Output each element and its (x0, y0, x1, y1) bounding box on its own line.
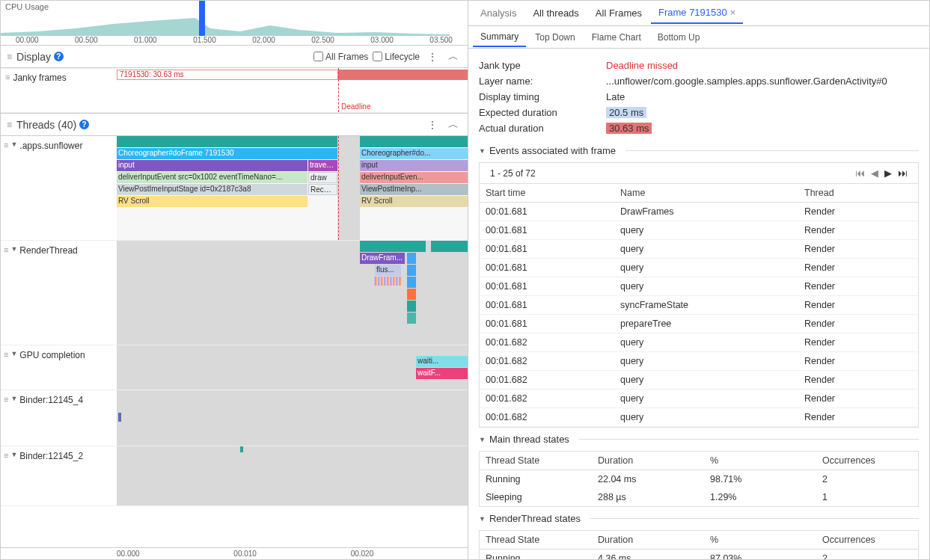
col-header[interactable]: Thread (798, 184, 918, 202)
table-row[interactable]: Running4.36 ms87.03%2 (480, 550, 918, 559)
flame-bar[interactable] (407, 313, 416, 324)
table-row[interactable]: 00:01.681syncFrameStateRender (480, 296, 918, 315)
flame-bar[interactable]: input (360, 160, 468, 171)
flame-bar[interactable] (117, 136, 337, 147)
janky-frames-track[interactable]: 7191530: 30.63 ms Deadline (117, 68, 468, 112)
main-states-header[interactable]: ▼ Main thread states (468, 428, 929, 448)
more-icon[interactable]: ⋮ (424, 49, 441, 64)
frame-bar-bad[interactable] (338, 70, 468, 80)
chevron-down-icon[interactable]: ▼ (10, 350, 17, 357)
render-states-header[interactable]: ▼ RenderThread states (468, 507, 929, 527)
flame-bar[interactable]: flus... (375, 265, 401, 276)
drag-icon[interactable]: ≡ (5, 73, 10, 81)
table-row[interactable]: 00:01.682queryRender (480, 333, 918, 352)
chevron-down-icon[interactable]: ▼ (10, 245, 17, 253)
table-row[interactable]: 00:01.681queryRender (480, 240, 918, 259)
drag-icon[interactable]: ≡ (4, 350, 8, 359)
subtab-flamechart[interactable]: Flame Chart (584, 28, 649, 46)
flame-bar[interactable]: waitF... (416, 368, 468, 379)
flame-bar[interactable]: DrawFram... (360, 253, 405, 264)
flame-bar[interactable] (407, 253, 416, 264)
drag-icon[interactable]: ≡ (7, 52, 12, 62)
cpu-selection-marker[interactable] (199, 1, 205, 36)
flame-bar[interactable]: ViewPostImeInputStage id=0x2187c3a8 (117, 184, 308, 195)
chevron-down-icon[interactable]: ▼ (10, 451, 17, 458)
drag-icon[interactable]: ≡ (4, 245, 8, 254)
flame-bar[interactable] (407, 277, 416, 288)
table-row[interactable]: 00:01.681prepareTreeRender (480, 315, 918, 333)
page-next-icon[interactable]: ▶ (884, 167, 892, 179)
table-row[interactable]: Sleeping288 µs1.29%1 (480, 488, 918, 506)
col-header[interactable]: Duration (592, 531, 704, 549)
table-row[interactable]: 00:01.681queryRender (480, 221, 918, 240)
thread-track[interactable]: Choreographer#doFrame 7191530 input trav… (117, 136, 468, 240)
summary-scroll[interactable]: Jank typeDeadline missed Layer name:...u… (468, 49, 929, 559)
help-icon[interactable]: ? (54, 52, 64, 61)
col-header[interactable]: Occurrences (816, 452, 918, 470)
flame-bar[interactable]: RV Scroll (117, 196, 308, 207)
flame-bar[interactable] (431, 241, 468, 252)
flame-bar[interactable]: ViewPostImeInp... (360, 184, 468, 195)
tab-analysis[interactable]: Analysis (473, 3, 524, 23)
page-prev-icon[interactable]: ◀ (871, 167, 878, 179)
help-icon[interactable]: ? (79, 120, 89, 129)
collapse-icon[interactable]: ︿ (445, 49, 462, 65)
flame-bar[interactable] (407, 265, 416, 276)
tab-all-frames[interactable]: All Frames (588, 3, 649, 23)
thread-track[interactable]: DrawFram... flus... (117, 241, 468, 345)
flame-bar[interactable]: draw (308, 172, 337, 183)
chevron-down-icon[interactable]: ▼ (10, 141, 17, 148)
flame-bar[interactable]: waiti... (416, 356, 468, 367)
collapse-icon[interactable]: ︿ (445, 117, 462, 133)
table-row[interactable]: 00:01.682queryRender (480, 390, 918, 408)
table-row[interactable]: 00:01.681queryRender (480, 259, 918, 277)
subtab-summary[interactable]: Summary (473, 28, 526, 47)
col-header[interactable]: Name (614, 184, 798, 202)
col-header[interactable]: Occurrences (816, 531, 918, 549)
drag-icon[interactable]: ≡ (4, 141, 8, 150)
page-last-icon[interactable]: ⏭ (898, 167, 908, 179)
close-icon[interactable]: × (730, 7, 736, 18)
flame-bar[interactable] (407, 289, 416, 300)
col-header[interactable]: Start time (480, 184, 614, 202)
flame-bar[interactable]: RV Scroll (360, 196, 468, 207)
flame-bar[interactable] (407, 301, 416, 312)
table-row[interactable]: 00:01.681DrawFramesRender (480, 203, 918, 221)
drag-icon[interactable]: ≡ (4, 451, 8, 460)
flame-bar[interactable]: Choreographer#do... (360, 148, 468, 159)
cpu-usage-strip[interactable]: CPU Usage 00.00000.500 01.00001.500 02.0… (1, 1, 468, 46)
subtab-topdown[interactable]: Top Down (527, 28, 582, 46)
col-header[interactable]: Thread State (480, 531, 592, 549)
col-header[interactable]: % (704, 452, 816, 470)
table-row[interactable]: 00:01.682queryRender (480, 371, 918, 390)
table-row[interactable]: 00:01.681queryRender (480, 277, 918, 296)
table-row[interactable]: Running22.04 ms98.71%2 (480, 470, 918, 488)
subtab-bottomup[interactable]: Bottom Up (650, 28, 708, 46)
col-header[interactable]: Thread State (480, 452, 592, 470)
table-row[interactable]: 00:01.682queryRender (480, 408, 918, 427)
flame-bar[interactable]: Choreographer#doFrame 7191530 (117, 148, 337, 159)
flame-bar[interactable] (360, 241, 426, 252)
events-header[interactable]: ▼ Events associated with frame (468, 139, 929, 159)
flame-bar[interactable]: deliverInputEven... (360, 172, 468, 183)
flame-bar[interactable]: Record ... (308, 184, 337, 195)
flame-bar[interactable] (118, 413, 121, 422)
more-icon[interactable]: ⋮ (424, 117, 441, 132)
tab-all-threads[interactable]: All threads (525, 3, 586, 23)
chevron-down-icon[interactable]: ▼ (10, 395, 17, 402)
thread-track[interactable] (117, 446, 468, 505)
lifecycle-checkbox[interactable]: Lifecycle (373, 52, 420, 62)
drag-icon[interactable]: ≡ (4, 395, 8, 404)
col-header[interactable]: Duration (592, 452, 704, 470)
col-header[interactable]: % (704, 531, 816, 549)
flame-bar[interactable]: input (117, 160, 308, 171)
drag-icon[interactable]: ≡ (7, 120, 12, 130)
all-frames-checkbox[interactable]: All Frames (313, 52, 368, 62)
table-row[interactable]: 00:01.682queryRender (480, 352, 918, 371)
frame-bar-good[interactable]: 7191530: 30.63 ms (117, 70, 338, 80)
flame-bar[interactable] (375, 277, 401, 286)
tab-frame[interactable]: Frame 7191530 × (651, 2, 743, 24)
flame-bar[interactable] (240, 446, 243, 452)
flame-bar[interactable] (360, 136, 468, 147)
thread-track[interactable]: waiti... waitF... (117, 345, 468, 390)
